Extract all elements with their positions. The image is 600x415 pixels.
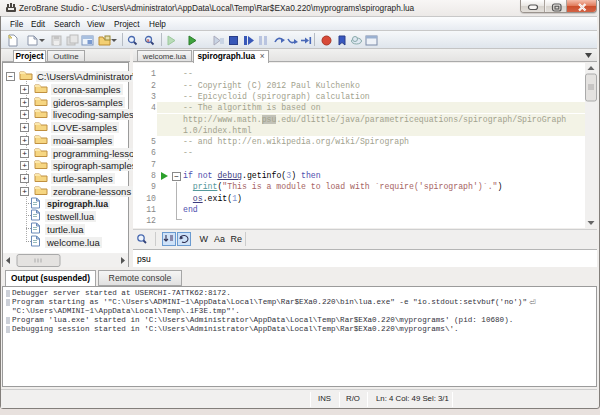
svg-text:Re: Re <box>231 234 243 244</box>
svg-text:W: W <box>200 234 209 244</box>
svg-text:Aa: Aa <box>214 234 225 244</box>
